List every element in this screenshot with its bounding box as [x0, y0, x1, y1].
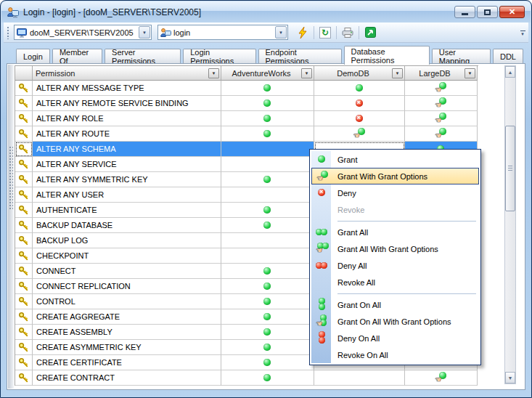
- column-header-permission[interactable]: Permission▼: [33, 66, 221, 81]
- permission-name-cell[interactable]: ALTER ANY SYMMETRIC KEY: [33, 172, 221, 187]
- permission-name-cell[interactable]: CONTROL: [33, 294, 221, 309]
- table-row[interactable]: CREATE CONTRACT☚: [15, 370, 478, 386]
- permission-name-cell[interactable]: CREATE CONTRACT: [33, 370, 221, 386]
- menu-item-grant-all[interactable]: Grant All: [311, 224, 479, 240]
- toolbar-overflow-button[interactable]: ▾: [518, 25, 527, 40]
- cell-demodb[interactable]: [314, 370, 405, 386]
- permission-name-cell[interactable]: AUTHENTICATE: [33, 203, 221, 218]
- permission-name-cell[interactable]: ALTER ANY ROUTE: [33, 126, 221, 142]
- permission-name-cell[interactable]: ALTER ANY USER: [33, 187, 221, 203]
- column-header-largedb[interactable]: LargeDB▼: [405, 66, 478, 81]
- permission-name-cell[interactable]: CREATE CERTIFICATE: [33, 355, 221, 370]
- cell-adventureworks[interactable]: [221, 81, 314, 96]
- cell-demodb[interactable]: [314, 96, 405, 111]
- menu-item-revoke-on-all[interactable]: Revoke On All: [311, 346, 479, 363]
- cell-adventureworks[interactable]: [221, 172, 314, 187]
- tab-endpoint-permissions[interactable]: Endpoint Permissions: [258, 49, 342, 64]
- menu-item-grant-all-with-grant-options[interactable]: ☚Grant All With Grant Options: [311, 240, 479, 257]
- maximize-button[interactable]: [477, 6, 498, 18]
- permission-name-cell[interactable]: ALTER ANY REMOTE SERVICE BINDING: [33, 96, 221, 111]
- login-combo[interactable]: login ▼: [157, 25, 288, 40]
- permission-name-cell[interactable]: BACKUP LOG: [33, 233, 221, 248]
- table-row[interactable]: ALTER ANY ROLE☚: [15, 111, 478, 126]
- column-header-demodb[interactable]: DemoDB▼: [314, 66, 405, 81]
- refresh-button[interactable]: ↻: [316, 24, 334, 41]
- tab-member-of[interactable]: Member Of: [52, 49, 102, 64]
- table-row[interactable]: ALTER ANY ROUTE☚☚: [15, 126, 478, 142]
- cell-adventureworks[interactable]: [221, 370, 314, 386]
- cell-adventureworks[interactable]: [221, 309, 314, 325]
- scroll-down-icon[interactable]: ▼: [505, 372, 515, 383]
- menu-item-grant[interactable]: Grant: [311, 151, 479, 168]
- menu-item-deny[interactable]: Deny: [311, 184, 479, 201]
- server-combo[interactable]: dooM_SERVER\TSERV2005 ▼: [14, 25, 152, 40]
- permission-name-cell[interactable]: CREATE ASYMMETRIC KEY: [33, 340, 221, 355]
- cell-adventureworks[interactable]: [221, 126, 314, 142]
- filter-dropdown-icon[interactable]: ▼: [208, 68, 219, 78]
- tab-ddl[interactable]: DDL: [493, 49, 523, 64]
- print-button[interactable]: [339, 24, 356, 41]
- cell-adventureworks[interactable]: [221, 218, 314, 233]
- vertical-scrollbar[interactable]: ▲ ▼: [504, 65, 516, 384]
- scroll-up-icon[interactable]: ▲: [505, 66, 515, 78]
- menu-item-revoke-all[interactable]: Revoke All: [311, 274, 479, 291]
- permission-name-cell[interactable]: CHECKPOINT: [33, 248, 221, 264]
- menu-item-deny-on-all[interactable]: Deny On All: [311, 330, 479, 346]
- cell-adventureworks[interactable]: [221, 111, 314, 126]
- permission-name-cell[interactable]: CREATE AGGREGATE: [33, 309, 221, 325]
- menu-item-grant-on-all[interactable]: Grant On All: [311, 296, 479, 313]
- menu-item-grant-with-grant-options[interactable]: ☚Grant With Grant Options: [311, 168, 479, 184]
- execute-button[interactable]: [294, 24, 311, 41]
- cell-adventureworks[interactable]: [221, 203, 314, 218]
- cell-adventureworks[interactable]: [221, 355, 314, 370]
- permission-name-cell[interactable]: ALTER ANY ROLE: [33, 111, 221, 126]
- cell-adventureworks[interactable]: [221, 294, 314, 309]
- table-row[interactable]: ALTER ANY MESSAGE TYPE☚: [15, 81, 478, 96]
- cell-adventureworks[interactable]: [221, 233, 314, 248]
- filter-dropdown-icon[interactable]: ▼: [465, 68, 475, 78]
- cell-adventureworks[interactable]: [221, 340, 314, 355]
- cell-adventureworks[interactable]: [221, 264, 314, 279]
- cell-adventureworks[interactable]: [221, 187, 314, 203]
- cell-adventureworks[interactable]: [221, 157, 314, 172]
- login-combo-dropdown-icon[interactable]: ▼: [275, 26, 287, 38]
- permission-name-cell[interactable]: BACKUP DATABASE: [33, 218, 221, 233]
- cell-largedb[interactable]: ☚: [405, 111, 478, 126]
- export-button[interactable]: [361, 24, 379, 41]
- minimize-button[interactable]: [454, 6, 475, 18]
- cell-demodb[interactable]: [314, 111, 405, 126]
- cell-demodb[interactable]: ☚: [314, 126, 405, 142]
- column-header-adventureworks[interactable]: AdventureWorks▼: [221, 66, 314, 81]
- server-combo-dropdown-icon[interactable]: ▼: [139, 26, 150, 38]
- cell-largedb[interactable]: ☚: [405, 81, 478, 96]
- menu-item-deny-all[interactable]: Deny All: [311, 257, 479, 274]
- permission-name-cell[interactable]: CONNECT REPLICATION: [33, 279, 221, 294]
- permission-name-cell[interactable]: CREATE ASSEMBLY: [33, 325, 221, 340]
- cell-adventureworks[interactable]: [221, 96, 314, 111]
- close-button[interactable]: ✕: [499, 6, 525, 18]
- cell-adventureworks[interactable]: [221, 248, 314, 264]
- permission-name-cell[interactable]: CONNECT: [33, 264, 221, 279]
- cell-adventureworks[interactable]: [221, 325, 314, 340]
- cell-largedb[interactable]: ☚: [405, 370, 478, 386]
- menu-item-grant-on-all-with-grant-options[interactable]: ☚Grant On All With Grant Options: [311, 313, 479, 330]
- cell-demodb[interactable]: [314, 81, 405, 96]
- tab-user-mapping[interactable]: User Mapping: [432, 49, 491, 64]
- table-row[interactable]: ALTER ANY REMOTE SERVICE BINDING☚: [15, 96, 478, 111]
- cell-adventureworks[interactable]: [221, 279, 314, 294]
- permission-name-cell[interactable]: ALTER ANY SCHEMA: [33, 142, 221, 157]
- splitter-bar[interactable]: [8, 65, 14, 389]
- filter-dropdown-icon[interactable]: ▼: [301, 68, 312, 78]
- filter-dropdown-icon[interactable]: ▼: [392, 68, 403, 78]
- scrollbar-thumb[interactable]: [505, 126, 515, 211]
- permission-name-cell[interactable]: ALTER ANY SERVICE: [33, 157, 221, 172]
- tab-database-permissions[interactable]: Database Permissions: [344, 46, 430, 65]
- cell-largedb[interactable]: ☚: [405, 96, 478, 111]
- permission-name-cell[interactable]: ALTER ANY MESSAGE TYPE: [33, 81, 221, 96]
- cell-adventureworks[interactable]: [221, 142, 314, 157]
- tab-server-permissions[interactable]: Server Permissions: [105, 49, 181, 64]
- cell-largedb[interactable]: ☚: [405, 126, 478, 142]
- tab-login[interactable]: Login: [16, 49, 50, 64]
- toolbar-grip[interactable]: [7, 26, 10, 39]
- tab-login-permissions[interactable]: Login Permissions: [183, 49, 255, 64]
